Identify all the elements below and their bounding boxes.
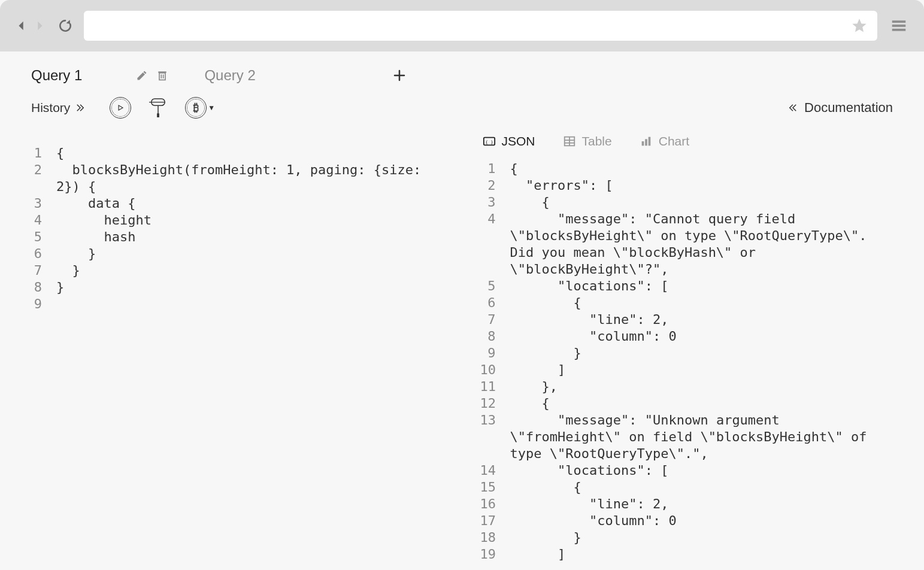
tab-query-2[interactable]: Query 2	[204, 63, 255, 87]
code-line: 8}	[26, 279, 450, 296]
line-number: 17	[480, 513, 510, 529]
svg-rect-10	[157, 113, 159, 117]
code-text: "locations": [	[510, 462, 898, 479]
documentation-button[interactable]: Documentation	[787, 100, 893, 116]
code-line: 3 {	[480, 194, 898, 211]
url-bar[interactable]	[84, 11, 877, 41]
code-line: 11 },	[480, 378, 898, 395]
code-line: 6 }	[26, 245, 450, 262]
editor-pane[interactable]: 1{2 blocksByHeight(fromHeight: 1, paging…	[14, 128, 462, 565]
line-number: 5	[480, 278, 510, 295]
plus-icon	[392, 68, 407, 83]
view-tab-label: JSON	[502, 134, 535, 148]
line-number: 8	[480, 328, 510, 345]
line-number: 16	[480, 496, 510, 513]
history-button[interactable]: History	[31, 101, 86, 115]
line-number: 3	[480, 194, 510, 211]
code-line: 7 "line": 2,	[480, 311, 898, 328]
line-number: 2	[26, 162, 56, 195]
documentation-label: Documentation	[804, 100, 893, 116]
line-number: 1	[26, 145, 56, 162]
edit-icon[interactable]	[136, 69, 148, 81]
hamburger-icon	[890, 17, 908, 35]
code-line: 3 data {	[26, 195, 450, 212]
chevron-down-icon: ▼	[208, 104, 215, 112]
tab-label: Query 1	[31, 67, 82, 84]
svg-rect-0	[892, 20, 906, 23]
line-number: 9	[26, 296, 56, 313]
format-button[interactable]	[149, 98, 167, 118]
trash-icon[interactable]	[156, 69, 168, 81]
line-number: 18	[480, 529, 510, 546]
code-text: "message": "Cannot query field \"blocksB…	[510, 211, 898, 278]
code-text: "message": "Unknown argument \"fromHeigh…	[510, 412, 898, 462]
run-button[interactable]	[110, 97, 131, 119]
tab-label: Query 2	[204, 67, 255, 84]
code-text: "locations": [	[510, 278, 898, 295]
nav-arrows	[14, 19, 47, 33]
view-tab-label: Table	[582, 134, 612, 148]
add-tab-button[interactable]	[387, 68, 411, 83]
code-text: }	[510, 345, 898, 362]
back-button[interactable]	[14, 19, 29, 33]
view-tab-chart[interactable]: Chart	[640, 134, 689, 148]
code-text: blocksByHeight(fromHeight: 1, paging: {s…	[56, 162, 450, 195]
svg-rect-17	[641, 141, 644, 145]
bitcoin-icon-wrap: ₿	[185, 97, 207, 119]
reload-button[interactable]	[57, 18, 73, 34]
code-line: 7 }	[26, 262, 450, 279]
code-text: ]	[510, 362, 898, 378]
forward-button[interactable]	[32, 19, 47, 33]
line-number: 10	[480, 362, 510, 378]
line-number: 8	[26, 279, 56, 296]
line-number: 14	[480, 462, 510, 479]
view-tab-table[interactable]: Table	[563, 134, 612, 148]
line-number: 6	[480, 295, 510, 311]
svg-rect-1	[892, 25, 906, 27]
line-number: 9	[480, 345, 510, 362]
editor-code[interactable]: 1{2 blocksByHeight(fromHeight: 1, paging…	[26, 145, 450, 313]
tab-query-1[interactable]: Query 1	[31, 63, 168, 87]
code-text: {	[510, 479, 898, 496]
code-text: }	[56, 279, 450, 296]
code-line: 5 hash	[26, 229, 450, 245]
table-icon	[563, 135, 576, 148]
code-text: {	[510, 194, 898, 211]
bookmark-star-icon[interactable]	[851, 17, 868, 34]
app-window: Query 1 Query 2 History	[0, 0, 924, 570]
code-line: 14 "locations": [	[480, 462, 898, 479]
code-text: "column": 0	[510, 328, 898, 345]
schema-selector[interactable]: ₿ ▼	[185, 97, 215, 119]
line-number: 11	[480, 378, 510, 395]
line-number: 4	[26, 212, 56, 229]
response-pane: { } JSON Table Chart 1{2 "errors": [3 {4…	[462, 128, 910, 565]
code-line: 18 }	[480, 529, 898, 546]
line-number: 12	[480, 395, 510, 412]
code-line: 16 "line": 2,	[480, 496, 898, 513]
svg-rect-18	[645, 139, 647, 145]
chevrons-right-icon	[75, 102, 86, 113]
code-line: 9 }	[480, 345, 898, 362]
code-text: {	[510, 295, 898, 311]
code-text: },	[510, 378, 898, 395]
menu-button[interactable]	[888, 15, 910, 37]
code-text: }	[56, 262, 450, 279]
code-line: 17 "column": 0	[480, 513, 898, 529]
response-code[interactable]: 1{2 "errors": [3 {4 "message": "Cannot q…	[474, 160, 898, 563]
line-number: 7	[480, 311, 510, 328]
code-line: 4 height	[26, 212, 450, 229]
play-icon	[116, 104, 125, 112]
code-line: 2 "errors": [	[480, 177, 898, 194]
line-number: 4	[480, 211, 510, 278]
code-line: 9	[26, 296, 450, 313]
svg-rect-4	[159, 71, 166, 73]
line-number: 3	[26, 195, 56, 212]
code-line: 12 {	[480, 395, 898, 412]
view-tab-json[interactable]: { } JSON	[483, 134, 535, 148]
code-text: {	[56, 145, 450, 162]
code-line: 5 "locations": [	[480, 278, 898, 295]
code-text: ]	[510, 546, 898, 563]
code-line: 13 "message": "Unknown argument \"fromHe…	[480, 412, 898, 462]
chevron-right-icon	[33, 19, 46, 32]
code-text: "line": 2,	[510, 311, 898, 328]
